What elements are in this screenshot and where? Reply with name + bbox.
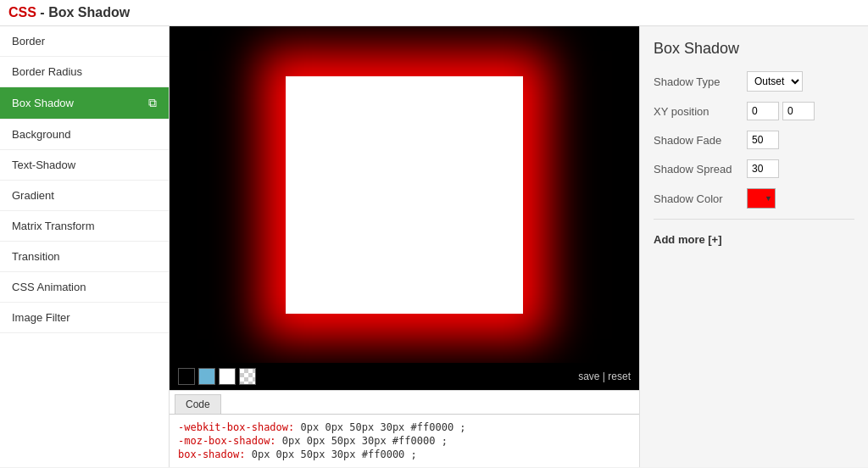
code-tab[interactable]: Code (175, 394, 221, 414)
sidebar-item-label-border-radius: Border Radius (12, 65, 82, 78)
shadow-type-select[interactable]: Outset Inset (747, 71, 803, 92)
save-link[interactable]: save (578, 370, 599, 382)
right-panel: Box Shadow Shadow Type Outset Inset XY p… (639, 26, 868, 467)
main-layout: BorderBorder RadiusBox Shadow⧉Background… (0, 26, 868, 467)
sidebar-item-box-shadow[interactable]: Box Shadow⧉ (0, 87, 169, 120)
shadow-spread-label: Shadow Spread (654, 163, 747, 176)
sidebar-item-label-transition: Transition (12, 250, 60, 263)
add-more-button[interactable]: Add more [+] (654, 233, 854, 246)
sidebar-item-image-filter[interactable]: Image Filter (0, 303, 169, 333)
sidebar-item-gradient[interactable]: Gradient (0, 181, 169, 211)
sidebar-item-transition[interactable]: Transition (0, 242, 169, 272)
sidebar-item-label-image-filter: Image Filter (12, 311, 70, 324)
page-title: CSS - Box Shadow (8, 5, 130, 20)
code-line-0: -webkit-box-shadow: 0px 0px 50px 30px #f… (178, 421, 631, 433)
bg-swatches (178, 368, 256, 385)
code-area: Code -webkit-box-shadow: 0px 0px 50px 30… (170, 390, 639, 467)
sidebar-item-text-shadow[interactable]: Text-Shadow (0, 150, 169, 181)
xy-inputs (747, 102, 815, 120)
sidebar-item-label-background: Background (12, 128, 70, 141)
shadow-spread-input[interactable] (747, 159, 779, 178)
shadow-fade-row: Shadow Fade (654, 131, 854, 149)
sidebar-item-label-box-shadow: Box Shadow (12, 97, 74, 109)
code-prop-1: -moz-box-shadow: (178, 435, 276, 447)
color-chevron-icon: ▼ (765, 194, 772, 203)
code-val-0: 0px 0px 50px 30px #ff0000 ; (301, 421, 466, 433)
sidebar-item-background[interactable]: Background (0, 120, 169, 150)
swatch-black[interactable] (178, 368, 195, 385)
code-val-2: 0px 0px 50px 30px #ff0000 ; (252, 448, 417, 460)
preview-box (286, 76, 523, 314)
sidebar-item-matrix-transform[interactable]: Matrix Transform (0, 211, 169, 242)
save-reset-controls: save | reset (578, 370, 631, 382)
code-content: -webkit-box-shadow: 0px 0px 50px 30px #f… (170, 414, 639, 467)
preview-controls: save | reset (170, 363, 639, 390)
xy-y-input[interactable] (782, 102, 815, 120)
shadow-color-picker[interactable]: ▼ (747, 188, 776, 209)
sidebar-item-border-radius[interactable]: Border Radius (0, 57, 169, 87)
sidebar-item-icon-box-shadow: ⧉ (148, 96, 157, 110)
panel-divider (654, 219, 854, 220)
xy-position-label: XY position (654, 105, 747, 118)
center-area: save | reset Code -webkit-box-shadow: 0p… (170, 26, 639, 467)
sidebar-item-css-animation[interactable]: CSS Animation (0, 272, 169, 303)
shadow-type-label: Shadow Type (654, 75, 747, 88)
shadow-color-label: Shadow Color (654, 192, 747, 205)
page-header: CSS - Box Shadow (0, 0, 868, 26)
shadow-color-row: Shadow Color ▼ (654, 188, 854, 209)
code-prop-2: box-shadow: (178, 448, 245, 460)
sidebar-item-label-matrix-transform: Matrix Transform (12, 220, 95, 232)
swatch-blue[interactable] (198, 368, 215, 385)
code-prop-0: -webkit-box-shadow: (178, 421, 294, 433)
sidebar: BorderBorder RadiusBox Shadow⧉Background… (0, 26, 170, 467)
code-line-1: -moz-box-shadow: 0px 0px 50px 30px #ff00… (178, 435, 631, 447)
code-line-2: box-shadow: 0px 0px 50px 30px #ff0000 ; (178, 448, 631, 460)
sidebar-item-label-text-shadow: Text-Shadow (12, 159, 75, 171)
shadow-fade-label: Shadow Fade (654, 134, 747, 147)
preview-area (170, 26, 639, 363)
panel-title: Box Shadow (654, 40, 854, 58)
sidebar-item-label-gradient: Gradient (12, 189, 54, 202)
shadow-fade-input[interactable] (747, 131, 779, 149)
css-label: CSS (8, 5, 36, 20)
shadow-spread-row: Shadow Spread (654, 159, 854, 178)
xy-position-row: XY position (654, 102, 854, 120)
sidebar-item-label-border: Border (12, 35, 45, 47)
swatch-checkered[interactable] (239, 368, 256, 385)
xy-x-input[interactable] (747, 102, 779, 120)
code-val-1: 0px 0px 50px 30px #ff0000 ; (282, 435, 448, 447)
reset-link[interactable]: reset (608, 370, 631, 382)
swatch-white[interactable] (219, 368, 236, 385)
sidebar-item-label-css-animation: CSS Animation (12, 281, 86, 293)
sidebar-item-border[interactable]: Border (0, 26, 169, 57)
shadow-type-row: Shadow Type Outset Inset (654, 71, 854, 92)
